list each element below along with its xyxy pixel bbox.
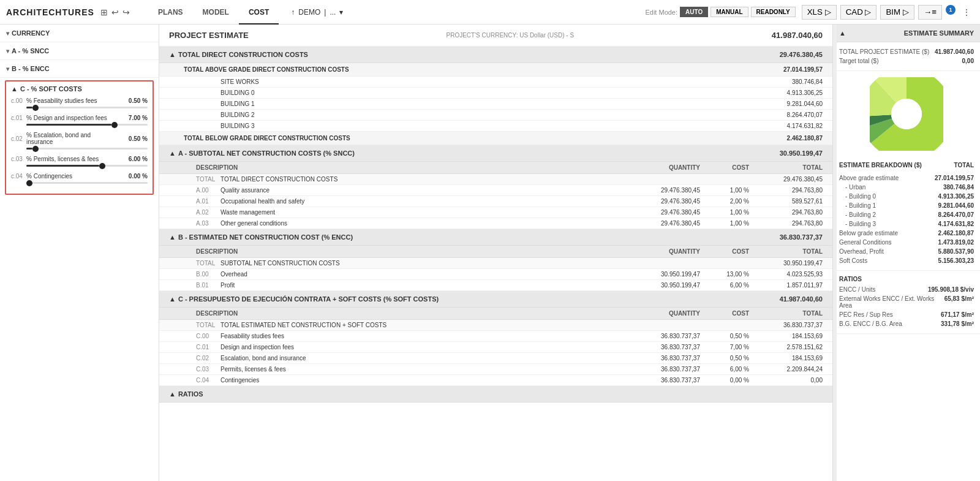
tab-model[interactable]: MODEL [193, 0, 239, 25]
encc-total-row: TOTAL SUBTOTAL NET CONSTRUCTION COSTS 30… [159, 258, 832, 269]
demo-label: DEMO [298, 8, 320, 17]
redo-icon[interactable]: ↪ [123, 7, 130, 17]
demo-more-btn[interactable]: ... [330, 8, 336, 17]
encc-units-row: ENCC / Units 195.908,18 $/viv [839, 285, 974, 294]
slider-c02[interactable] [11, 148, 148, 150]
main-area: ▾ CURRENCY ▾ A - % SNCC ▾ B - % ENCC ▲ C… [0, 25, 980, 481]
cost-item-c00: c.00 % Feasability studies fees 0.50 % [11, 97, 148, 108]
direct-costs-section-header[interactable]: ▲ TOTAL DIRECT CONSTRUCTION COSTS 29.476… [159, 47, 832, 63]
th-total: TOTAL [749, 164, 823, 171]
total-project-estimate-value: 41.987.040,60 [935, 48, 974, 55]
building2-row: BUILDING 2 8.264.470,07 [159, 110, 832, 121]
encc-section-header[interactable]: ▲ B - ESTIMATED NET CONSTRUCTION COST (%… [159, 229, 832, 246]
cost-code: c.04 [11, 173, 26, 180]
bg-encc-row: B.G. ENCC / B.G. Area 331,78 $/m² [839, 319, 974, 328]
tab-plans[interactable]: PLANS [148, 0, 193, 25]
building1-bd-row: - Building 1 9.281.044,60 [839, 201, 974, 210]
mode-readonly-btn[interactable]: READONLY [751, 7, 796, 17]
cost-item-c01: c.01 % Design and inspection fees 7.00 % [11, 115, 148, 126]
th-quantity: QUANTITY [627, 248, 700, 255]
slider-c00[interactable] [11, 107, 148, 108]
project-header: PROJECT ESTIMATE PROJECT'S CURRENCY: US … [159, 25, 832, 47]
sncc-total: 30.950.199,47 [780, 150, 823, 157]
th-cost: COST [700, 310, 749, 317]
sidebar: ▾ CURRENCY ▾ A - % SNCC ▾ B - % ENCC ▲ C… [0, 25, 159, 481]
chevron-down-icon[interactable]: ▾ [339, 8, 343, 17]
demo-separator: | [324, 8, 326, 17]
chevron-icon: ▲ [169, 51, 176, 58]
a-sncc-label: A - % SNCC [12, 47, 49, 55]
sncc-a03-row: A.03 Other general conditions 29.476.380… [159, 218, 832, 229]
xls-export-btn[interactable]: XLS ▷ [802, 5, 837, 20]
cost-value: 0.00 % [117, 173, 148, 180]
total-label: TOTAL [954, 162, 974, 169]
grid-icon[interactable]: ⊞ [100, 7, 108, 17]
softcosts-title: ▲ C - PRESUPUESTO DE EJECUCIÓN CONTRATA … [169, 295, 439, 303]
th-description: DESCRIPTION [196, 164, 627, 171]
a-sncc-header[interactable]: ▾ A - % SNCC [0, 42, 159, 59]
target-total-label: Target total ($) [839, 58, 962, 64]
cad-export-btn[interactable]: CAD ▷ [840, 5, 877, 20]
sncc-table-header: DESCRIPTION QUANTITY COST TOTAL [159, 162, 832, 174]
tab-cost[interactable]: COST [239, 0, 279, 25]
currency-header[interactable]: ▾ CURRENCY [0, 25, 159, 42]
slider-c04[interactable] [11, 182, 148, 184]
direct-costs-title: ▲ TOTAL DIRECT CONSTRUCTION COSTS [169, 51, 308, 58]
nav-tabs: PLANS MODEL COST [148, 0, 279, 25]
app-logo: ARCHITECHTURES [6, 7, 94, 17]
softcosts-table-header: DESCRIPTION QUANTITY COST TOTAL [159, 308, 832, 320]
soft-costs-section: ▲ C - % SOFT COSTS c.00 % Feasability st… [5, 80, 154, 195]
cost-value: 7.00 % [117, 115, 148, 121]
undo-icon[interactable]: ↩ [111, 7, 119, 17]
cost-label: % Contingencies [26, 173, 117, 180]
above-grade-value: 27.014.199,57 [935, 175, 974, 181]
sncc-total-row: TOTAL TOTAL DIRECT CONSTRUCTION COSTS 29… [159, 174, 832, 185]
softcosts-total-row: TOTAL TOTAL ESTIMATED NET CONSTRUCTION +… [159, 320, 832, 331]
th-cost: COST [700, 248, 749, 255]
pie-chart [870, 77, 943, 151]
below-grade-subsection: TOTAL BELOW GRADE DIRECT CONSTRUCTION CO… [159, 132, 832, 145]
sncc-a02-row: A.02 Waste management 29.476.380,45 1,00… [159, 207, 832, 218]
cost-value: 6.00 % [117, 156, 148, 162]
softcosts-c03-row: C.03 Permits, licenses & fees 36.830.737… [159, 364, 832, 375]
cost-code: c.01 [11, 115, 26, 121]
chevron-icon: ▾ [6, 66, 9, 72]
total-project-estimate-row: TOTAL PROJECT ESTIMATE ($) 41.987.040,60 [839, 47, 974, 56]
th-quantity: QUANTITY [627, 310, 700, 317]
b-encc-header[interactable]: ▾ B - % ENCC [0, 60, 159, 77]
above-grade-total: 27.014.199,57 [783, 66, 823, 73]
ratios-section-header[interactable]: ▲ RATIOS [159, 386, 832, 403]
building1-row: BUILDING 1 9.281.044,60 [159, 99, 832, 110]
slider-c01[interactable] [11, 124, 148, 126]
ratios-title: ▲ RATIOS [169, 390, 203, 398]
mode-manual-btn[interactable]: MANUAL [710, 7, 748, 17]
building2-bd-row: - Building 2 8.264.470,07 [839, 210, 974, 219]
more-options-icon[interactable]: ⋮ [959, 5, 974, 20]
upload-icon: ↑ [291, 8, 295, 17]
arrow-btn[interactable]: →≡ [918, 5, 942, 20]
th-quantity: QUANTITY [627, 164, 700, 171]
slider-c03[interactable] [11, 165, 148, 167]
encc-b01-row: B.01 Profit 30.950.199,47 6,00 % 1.857.0… [159, 280, 832, 291]
encc-title: ▲ B - ESTIMATED NET CONSTRUCTION COST (%… [169, 233, 353, 241]
cost-item-c03: c.03 % Permits, licenses & fees 6.00 % [11, 156, 148, 167]
sncc-section-header[interactable]: ▲ A - SUBTOTAL NET CONSTRUCTION COSTS (%… [159, 145, 832, 162]
softcosts-section-header[interactable]: ▲ C - PRESUPUESTO DE EJECUCIÓN CONTRATA … [159, 291, 832, 308]
right-panel: ▲ ESTIMATE SUMMARY TOTAL PROJECT ESTIMAT… [833, 25, 980, 481]
soft-costs-header[interactable]: ▲ C - % SOFT COSTS [11, 85, 148, 93]
urban-row: - Urban 380.746,84 [839, 183, 974, 192]
mode-auto-btn[interactable]: AUTO [680, 7, 708, 17]
estimate-summary-header: ▲ ESTIMATE SUMMARY [833, 25, 980, 42]
chevron-icon: ▲ [169, 390, 176, 398]
bim-export-btn[interactable]: BIM ▷ [880, 5, 914, 20]
softcosts-c04-row: C.04 Contingencies 36.830.737,37 0,00 % … [159, 375, 832, 386]
pie-chart-container [833, 71, 980, 157]
b-encc-section: ▾ B - % ENCC [0, 60, 159, 78]
notification-badge[interactable]: 1 [946, 5, 956, 15]
cost-code: c.00 [11, 97, 26, 104]
ext-works-row: External Works ENCC / Ext. Works Area 65… [839, 294, 974, 310]
cost-value: 0.50 % [117, 135, 148, 142]
encc-b00-row: B.00 Overhead 30.950.199,47 13,00 % 4.02… [159, 269, 832, 280]
scrollbar[interactable] [833, 25, 837, 481]
sncc-a00-row: A.00 Quality assurance 29.476.380,45 1,0… [159, 185, 832, 196]
